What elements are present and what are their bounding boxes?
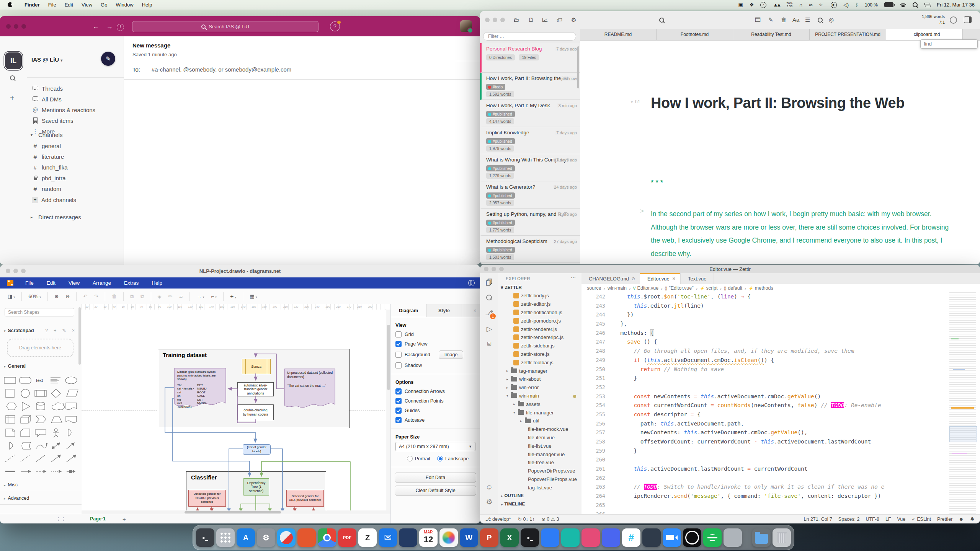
control-center-icon[interactable] xyxy=(924,3,930,7)
notifications-bell-icon[interactable]: 🔔︎ xyxy=(970,517,975,522)
infinity-icon[interactable]: ∞ xyxy=(809,2,813,8)
shape-card[interactable] xyxy=(21,429,30,437)
advanced-section-header[interactable]: ▸Advanced xyxy=(4,496,29,501)
help-icon[interactable]: ? xyxy=(330,21,340,31)
file-entry[interactable]: What is Wrong With This Company? 17 days… xyxy=(480,154,580,181)
portrait-radio[interactable] xyxy=(407,456,413,461)
battery-icon[interactable] xyxy=(884,2,893,7)
sync-status[interactable]: ↻ 0↓ 1↑ xyxy=(518,516,535,522)
shape-search-input[interactable]: Search Shapes xyxy=(5,308,74,316)
minimap[interactable] xyxy=(949,292,976,515)
dock-app-icon[interactable] xyxy=(663,528,681,547)
tree-item[interactable]: PopoverFileProps.vue xyxy=(498,475,581,484)
shape-line-arrow-2[interactable] xyxy=(67,455,76,462)
menu-file[interactable]: File xyxy=(19,280,40,286)
zoom-level[interactable]: 60%▾ xyxy=(28,293,41,299)
play-circle-icon[interactable]: ▶ xyxy=(831,2,837,8)
connection-style-icon[interactable]: →▾ xyxy=(196,293,204,299)
double-check-node[interactable]: double-checking by human coders xyxy=(237,404,274,420)
autosave-checkbox[interactable] xyxy=(395,417,402,423)
tree-item[interactable]: file-item.vue xyxy=(498,434,581,442)
menu-view[interactable]: View xyxy=(62,280,86,286)
dock-app-icon[interactable] xyxy=(216,528,235,547)
insert-icon[interactable]: +▾ xyxy=(230,293,236,300)
pomodoro-icon[interactable] xyxy=(950,16,957,24)
dock-app-icon[interactable]: >_ xyxy=(196,528,214,547)
project-root[interactable]: ∨ ZETTLR xyxy=(500,285,522,290)
workspace-badge[interactable]: IL xyxy=(5,52,22,69)
tree-item[interactable]: zettlr-store.js xyxy=(498,350,581,359)
page-tab[interactable]: Page-1 xyxy=(90,516,106,522)
dropbox-icon[interactable]: ❖ xyxy=(750,2,754,8)
feedback-icon[interactable]: ☻ xyxy=(959,517,964,522)
volume-icon[interactable]: ◁) xyxy=(843,2,849,8)
channel-item[interactable]: # lunch_fika xyxy=(27,162,124,173)
eslint-status[interactable]: ✓ ESLint xyxy=(911,516,931,522)
scrollbar[interactable] xyxy=(78,307,81,365)
forward-icon[interactable]: → xyxy=(106,23,113,31)
dock-app-icon[interactable]: X xyxy=(500,528,519,547)
separator-stars[interactable]: *** xyxy=(651,178,665,187)
shape-parallelogram[interactable] xyxy=(67,390,78,397)
outline-section[interactable]: ▸OUTLINE xyxy=(501,493,524,498)
shadow-checkbox[interactable] xyxy=(395,362,402,368)
menu-help[interactable]: Help xyxy=(145,280,169,286)
tree-item[interactable]: zettlr-body.js xyxy=(498,292,581,300)
paper-size-select[interactable]: A4 (210 mm x 297 mm)▼ xyxy=(395,442,475,451)
shape-dashed-line[interactable] xyxy=(5,455,15,462)
tree-item[interactable]: file-item-mock.vue xyxy=(498,425,581,434)
shape-hexagon[interactable] xyxy=(7,403,16,410)
shape-ellipse[interactable] xyxy=(65,377,77,384)
breadcrumb-item[interactable]: "Editor.vue" xyxy=(669,285,693,291)
format-icon[interactable]: Aa xyxy=(792,16,799,23)
dock-app-icon[interactable] xyxy=(724,528,742,547)
shape-internal-storage[interactable] xyxy=(6,416,15,423)
eol[interactable]: LF xyxy=(885,517,891,522)
undo-icon[interactable]: ↶ xyxy=(83,293,87,299)
tree-item[interactable]: file-manager.vue xyxy=(498,450,581,458)
tree-item[interactable]: zettlr-renderer.js xyxy=(498,325,581,333)
file-entry[interactable]: Implicit Knowledge 7 days ago #published… xyxy=(480,127,580,154)
channels-header[interactable]: ▾ Channels xyxy=(27,129,124,140)
tree-item[interactable]: zettlr-toolbar.js xyxy=(498,358,581,367)
close-panel-icon[interactable]: × xyxy=(474,308,476,313)
problems[interactable]: ⊗ 0 ⚠ 3 xyxy=(541,516,559,522)
shape-heading-text[interactable] xyxy=(51,378,60,383)
background-checkbox[interactable] xyxy=(395,352,402,358)
tab-style[interactable]: Style xyxy=(426,304,462,317)
shape-h-arrow[interactable] xyxy=(21,470,31,473)
shape-diamond[interactable] xyxy=(51,389,60,398)
file-entry[interactable]: Methodological Scepticism 27 days ago #p… xyxy=(480,236,580,263)
menu-app-name[interactable]: Finder xyxy=(20,2,44,8)
screen-mirroring-icon[interactable]: ▣ xyxy=(738,2,743,8)
shape-cloud[interactable] xyxy=(52,403,65,410)
dock-app-icon[interactable] xyxy=(318,528,336,547)
menu-clock[interactable]: Fri 12. Mar 17 36 xyxy=(937,2,975,8)
shape-process[interactable] xyxy=(35,390,46,396)
source-control-icon[interactable]: ⎇1 xyxy=(485,308,494,318)
breadcrumb-item[interactable]: win-main xyxy=(608,285,627,291)
breadcrumb-item[interactable]: default xyxy=(728,285,742,291)
document-tab[interactable]: Readability Test.md xyxy=(733,29,810,40)
spotlight-icon[interactable] xyxy=(913,2,918,7)
shape-cube[interactable] xyxy=(21,416,31,423)
menu-extras[interactable]: Extras xyxy=(118,280,145,286)
landscape-radio[interactable] xyxy=(437,456,443,461)
shape-circle[interactable] xyxy=(21,389,29,398)
misc-section-header[interactable]: ▸Misc xyxy=(4,482,18,487)
dock-app-icon[interactable] xyxy=(561,528,580,547)
shape-square[interactable] xyxy=(6,389,14,398)
scratchpad-header[interactable]: ▾Scratchpad xyxy=(4,328,34,333)
tree-item[interactable]: ▸ win-error xyxy=(498,383,581,392)
image-button[interactable]: Image xyxy=(439,350,464,359)
shape-tape[interactable] xyxy=(66,416,77,423)
prettier-status[interactable]: Prettier xyxy=(937,517,952,522)
sidebar-nav-item[interactable]: @ Mentions & reactions xyxy=(27,104,124,115)
tree-item[interactable]: file-list.vue xyxy=(498,442,581,450)
bluetooth-icon[interactable]: ᛒ xyxy=(855,2,858,8)
shape-line-arrow[interactable] xyxy=(51,455,60,462)
shape-callout[interactable] xyxy=(35,430,46,437)
to-front-icon[interactable]: ⧉ xyxy=(130,293,134,300)
directory-entry[interactable]: Personal Research Blog 7 days ago 0 Dire… xyxy=(480,43,580,73)
tree-item[interactable]: zettlr-pomodoro.js xyxy=(498,316,581,325)
